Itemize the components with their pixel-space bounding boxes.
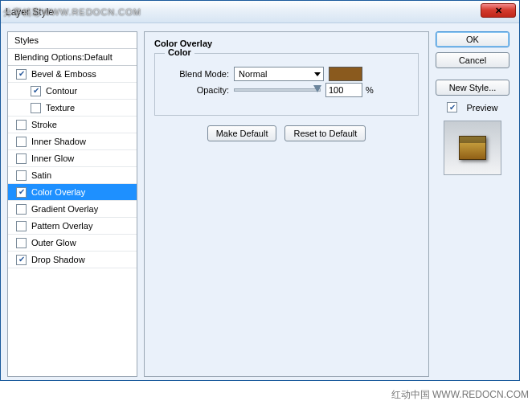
checkbox[interactable] [16, 221, 27, 231]
checkbox[interactable] [16, 255, 27, 265]
checkbox[interactable] [16, 204, 27, 215]
close-button[interactable]: ✕ [481, 3, 516, 18]
blending-options[interactable]: Blending Options:Default [8, 49, 137, 66]
settings-panel: Color Overlay Color Blend Mode: Normal O… [144, 31, 429, 377]
style-color-overlay[interactable]: Color Overlay [8, 184, 137, 201]
checkbox[interactable] [16, 170, 27, 181]
color-swatch[interactable] [329, 67, 362, 81]
opacity-label: Opacity: [165, 85, 229, 95]
preview-cube-icon [459, 136, 486, 160]
checkbox[interactable] [16, 137, 27, 147]
preview-toggle[interactable]: Preview [436, 102, 509, 112]
preview-thumbnail [444, 121, 501, 175]
checkbox[interactable] [16, 69, 27, 80]
checkbox[interactable] [16, 153, 27, 164]
style-bevel-emboss[interactable]: Bevel & Emboss [8, 66, 137, 83]
style-outer-glow[interactable]: Outer Glow [8, 235, 137, 252]
opacity-row: Opacity: % [165, 83, 408, 97]
opacity-slider[interactable] [234, 88, 321, 92]
opacity-suffix: % [366, 85, 374, 95]
preview-label: Preview [466, 103, 497, 112]
titlebar[interactable]: Layer Style 分享精彩WWW.REDOCN.COM ✕ [1, 1, 519, 23]
checkbox[interactable] [31, 103, 41, 113]
checkbox[interactable] [447, 102, 457, 112]
styles-header[interactable]: Styles [8, 32, 137, 49]
watermark-bottom: 红动中国 WWW.REDOCN.COM [391, 388, 529, 402]
style-contour[interactable]: Contour [8, 83, 137, 100]
style-stroke[interactable]: Stroke [8, 117, 137, 133]
color-group: Color Blend Mode: Normal Opacity: % [154, 53, 419, 116]
style-satin[interactable]: Satin [8, 167, 137, 184]
styles-list: Styles Blending Options:Default Bevel & … [7, 31, 137, 377]
ok-button[interactable]: OK [436, 31, 509, 47]
style-inner-glow[interactable]: Inner Glow [8, 150, 137, 167]
layer-style-dialog: Layer Style 分享精彩WWW.REDOCN.COM ✕ Styles … [0, 0, 520, 381]
reset-default-button[interactable]: Reset to Default [284, 125, 366, 141]
checkbox[interactable] [31, 86, 41, 96]
make-default-button[interactable]: Make Default [207, 125, 277, 141]
checkbox[interactable] [16, 238, 27, 248]
style-inner-shadow[interactable]: Inner Shadow [8, 133, 137, 150]
style-texture[interactable]: Texture [8, 100, 137, 117]
checkbox[interactable] [16, 187, 27, 198]
cancel-button[interactable]: Cancel [436, 52, 509, 68]
new-style-button[interactable]: New Style... [436, 80, 509, 96]
checkbox[interactable] [16, 120, 27, 130]
blend-mode-row: Blend Mode: Normal [165, 67, 408, 81]
content-area: Styles Blending Options:Default Bevel & … [1, 23, 519, 385]
opacity-input[interactable] [325, 83, 362, 97]
style-drop-shadow[interactable]: Drop Shadow [8, 252, 137, 268]
watermark-top: 分享精彩WWW.REDOCN.COM [3, 6, 141, 18]
group-legend: Color [165, 47, 194, 57]
blend-mode-select[interactable]: Normal [234, 67, 324, 81]
close-icon: ✕ [495, 6, 502, 16]
style-pattern-overlay[interactable]: Pattern Overlay [8, 218, 137, 235]
default-buttons: Make Default Reset to Default [154, 125, 419, 141]
chevron-down-icon [314, 72, 321, 76]
slider-thumb[interactable] [313, 85, 321, 92]
blend-mode-label: Blend Mode: [165, 69, 229, 79]
blend-mode-value: Normal [239, 69, 267, 79]
right-buttons: OK Cancel New Style... Preview [436, 31, 509, 377]
style-gradient-overlay[interactable]: Gradient Overlay [8, 201, 137, 218]
